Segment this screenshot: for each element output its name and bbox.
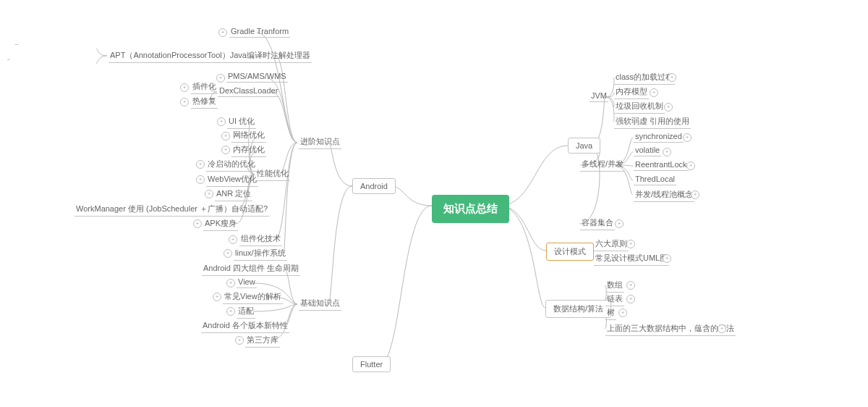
expand-icon[interactable] — [229, 235, 237, 244]
leaf-tree[interactable]: 树 — [605, 307, 616, 320]
expand-icon[interactable] — [221, 132, 230, 140]
mindmap-stage: 知识点总结 Android Flutter 进阶知识点 基础知识点 Gradle… — [0, 0, 868, 407]
leaf-linux[interactable]: linux/操作系统 — [234, 248, 287, 261]
label: 第三方库 — [247, 335, 278, 344]
expand-icon[interactable] — [226, 307, 235, 316]
leaf-net-opt[interactable]: 网络优化 — [231, 130, 266, 143]
leaf-versions[interactable]: Android 各个版本新特性 — [201, 320, 289, 333]
leaf-plugin[interactable]: 插件化 — [191, 81, 218, 94]
leaf-algo[interactable]: 上面的三大数据结构中，蕴含的算法 — [605, 323, 736, 336]
leaf-sync[interactable]: synchronized — [634, 132, 684, 143]
expand-icon[interactable] — [663, 254, 671, 263]
expand-icon[interactable] — [235, 336, 244, 345]
label: 适配 — [238, 306, 254, 315]
label: 链表 — [607, 294, 623, 303]
leaf-lifecycle[interactable]: Android 四大组件 生命周期 — [202, 263, 300, 276]
leaf-array[interactable]: 数组 — [605, 280, 624, 293]
expand-icon[interactable] — [626, 295, 635, 303]
label: JVM — [591, 91, 607, 100]
section-advanced[interactable]: 进阶知识点 — [299, 136, 341, 149]
leaf-ref[interactable]: 强软弱虚 引用的使用 — [614, 116, 691, 129]
expand-icon[interactable] — [686, 161, 695, 170]
label: Android 四大组件 生命周期 — [203, 264, 299, 272]
leaf-linkedlist[interactable]: 链表 — [605, 293, 624, 306]
leaf-hotfix[interactable]: 热修复 — [191, 96, 218, 109]
leaf-workmgr[interactable]: WorkManager 使用 (JobScheduler ＋广播）自动适配? — [75, 204, 269, 217]
leaf-pms[interactable]: PMS/AMS/WMS — [226, 72, 288, 83]
expand-icon[interactable] — [718, 324, 726, 333]
leaf-collections[interactable]: 容器集合 — [580, 217, 615, 230]
leaf-apt-example[interactable] — [15, 43, 18, 45]
expand-icon[interactable] — [668, 73, 676, 82]
leaf-ui-opt[interactable]: UI 优化 — [227, 116, 256, 129]
leaf-classload[interactable]: class的加载过程 — [614, 72, 675, 85]
leaf-perf[interactable]: 性能优化 — [255, 168, 290, 181]
expand-icon[interactable] — [221, 146, 230, 154]
expand-icon[interactable] — [218, 28, 227, 37]
label: 数组 — [607, 280, 623, 289]
leaf-apt[interactable]: APT（AnnotationProcessorTool）Java编译时注解处理器 — [109, 50, 312, 63]
leaf-gradle[interactable]: Gradle Tranform — [229, 27, 290, 38]
expand-icon[interactable] — [615, 219, 624, 228]
branch-flutter[interactable]: Flutter — [352, 356, 391, 372]
expand-icon[interactable] — [196, 160, 205, 169]
leaf-apk[interactable]: APK瘦身 — [203, 218, 238, 231]
node-jvm[interactable]: JVM — [590, 91, 608, 102]
label: 垃圾回收机制 — [616, 101, 663, 110]
expand-icon[interactable] — [196, 175, 205, 184]
branch-label: Flutter — [360, 360, 383, 369]
label: Gradle Tranform — [231, 27, 289, 35]
leaf-apt-impl[interactable] — [7, 58, 10, 60]
expand-icon[interactable] — [683, 133, 692, 142]
expand-icon[interactable] — [664, 103, 673, 112]
expand-icon[interactable] — [650, 88, 658, 97]
branch-android[interactable]: Android — [352, 178, 396, 194]
label: Android 各个版本新特性 — [203, 321, 288, 330]
label: PMS/AMS/WMS — [228, 72, 286, 80]
leaf-principles[interactable]: 六大原则 — [594, 238, 629, 251]
root-node[interactable]: 知识点总结 — [432, 195, 509, 223]
leaf-uml[interactable]: 常见设计模式UML图 — [594, 253, 669, 266]
leaf-anr[interactable]: ANR 定位 — [215, 188, 252, 201]
leaf-thirdparty[interactable]: 第三方库 — [245, 335, 280, 348]
leaf-mem-opt[interactable]: 内存优化 — [231, 144, 266, 157]
expand-icon[interactable] — [663, 148, 671, 156]
section-basic[interactable]: 基础知识点 — [299, 298, 341, 311]
leaf-threadlocal[interactable]: ThredLocal — [634, 175, 676, 185]
expand-icon[interactable] — [626, 240, 635, 248]
label: APK瘦身 — [205, 219, 237, 227]
expand-icon[interactable] — [213, 293, 221, 301]
leaf-gc[interactable]: 垃圾回收机制 — [614, 101, 665, 114]
expand-icon[interactable] — [180, 83, 189, 92]
expand-icon[interactable] — [626, 281, 635, 290]
leaf-cold-opt[interactable]: 冷启动的优化 — [206, 159, 257, 172]
branch-java[interactable]: Java — [568, 138, 600, 154]
label: 常见View的解析 — [224, 292, 281, 301]
leaf-dex[interactable]: DexClassLoader — [218, 86, 279, 97]
expand-icon[interactable] — [217, 117, 226, 126]
branch-ds[interactable]: 数据结构/算法 — [545, 300, 611, 318]
leaf-adapt[interactable]: 适配 — [237, 306, 255, 319]
expand-icon[interactable] — [193, 219, 202, 228]
label: ANR 定位 — [216, 189, 251, 198]
leaf-webview-opt[interactable]: WebView优化 — [206, 174, 258, 187]
label: volatile — [635, 146, 660, 154]
expand-icon[interactable] — [180, 98, 189, 106]
branch-design[interactable]: 设计模式 — [546, 243, 594, 261]
label: 强软弱虚 引用的使用 — [616, 117, 689, 125]
expand-icon[interactable] — [205, 190, 213, 198]
expand-icon[interactable] — [691, 190, 699, 199]
leaf-view[interactable]: View — [237, 277, 257, 288]
label: APT（AnnotationProcessorTool）Java编译时注解处理器 — [110, 51, 310, 59]
leaf-volatile[interactable]: volatile — [634, 146, 661, 156]
leaf-view-parse[interactable]: 常见View的解析 — [223, 291, 283, 304]
expand-icon[interactable] — [226, 279, 235, 288]
leaf-memmodel[interactable]: 内存模型 — [614, 86, 649, 99]
leaf-comp[interactable]: 组件化技术 — [239, 233, 282, 246]
expand-icon[interactable] — [224, 249, 232, 258]
label: 并发/线程池概念 — [635, 190, 693, 198]
expand-icon[interactable] — [618, 309, 627, 317]
leaf-pool[interactable]: 并发/线程池概念 — [634, 189, 694, 202]
node-concurrency[interactable]: 多线程/并发 — [580, 159, 625, 172]
leaf-reentrant[interactable]: ReentrantLock — [634, 160, 689, 171]
